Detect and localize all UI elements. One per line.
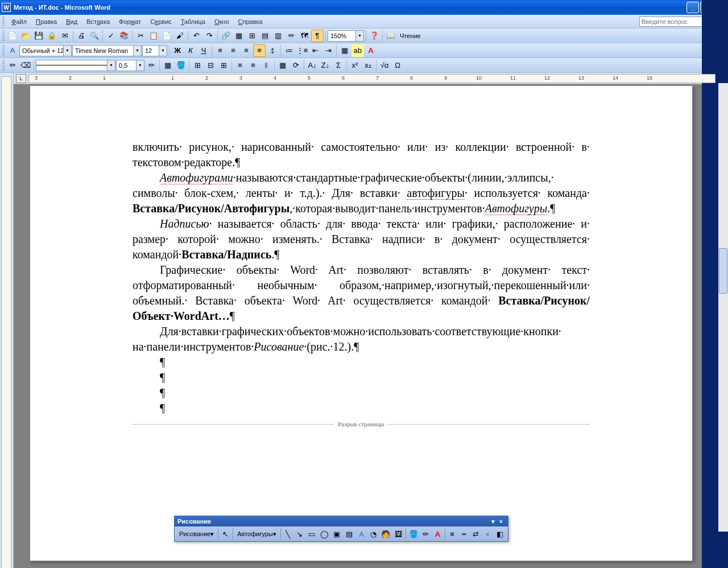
toolbar-options-button[interactable]: ▼ <box>489 518 497 525</box>
autoshapes-button[interactable]: Автофигуры▾ <box>234 528 279 540</box>
line-style-button[interactable]: ≡ <box>446 528 458 540</box>
draw-table-button[interactable]: ✏ <box>6 59 19 72</box>
insert-table-btn2[interactable]: ⊞ <box>191 59 204 72</box>
permission-button[interactable]: 🔒 <box>46 30 58 42</box>
email-button[interactable]: ✉ <box>59 30 71 42</box>
new-button[interactable]: 📄 <box>6 30 19 42</box>
toolbar-handle[interactable] <box>2 30 5 42</box>
print-button[interactable]: 🖨 <box>75 30 88 42</box>
superscript-button[interactable]: x² <box>349 59 361 72</box>
dash-style-button[interactable]: ┅ <box>458 528 470 540</box>
columns-button[interactable]: ▥ <box>272 30 284 42</box>
open-button[interactable]: 📂 <box>19 30 32 42</box>
research-button[interactable]: 📚 <box>118 30 130 42</box>
document-viewport[interactable]: включить· рисунок,· нарисованный· самост… <box>14 84 718 568</box>
menu-insert[interactable]: Вставка <box>82 17 114 27</box>
drawing-menu-button[interactable]: Рисование▾ <box>176 528 217 540</box>
autosum-button[interactable]: Σ <box>332 59 345 72</box>
shadow-button[interactable]: ▫ <box>482 528 494 540</box>
wordart-button[interactable]: A <box>355 528 367 540</box>
fill-color-button[interactable]: 🪣 <box>407 528 420 540</box>
drawing-button[interactable]: ✏ <box>285 30 297 42</box>
menu-edit[interactable]: Правка <box>31 17 61 27</box>
underline-button[interactable]: Ч <box>197 44 210 57</box>
autoformat-button[interactable]: ▦ <box>276 59 289 72</box>
distribute-cols-button[interactable]: ⫴ <box>260 59 272 72</box>
eraser-button[interactable]: ⌫ <box>19 59 32 72</box>
scroll-thumb[interactable] <box>719 248 727 294</box>
size-combo[interactable]: 12▼ <box>142 45 167 56</box>
bullets-button[interactable]: ⋮≡ <box>296 44 308 57</box>
font-color-button[interactable]: A <box>365 44 377 57</box>
help-button[interactable]: ❓ <box>368 30 380 42</box>
vertical-textbox-button[interactable]: ▤ <box>343 528 355 540</box>
save-button[interactable]: 💾 <box>32 30 45 42</box>
diagram-button[interactable]: ◔ <box>367 528 379 540</box>
italic-button[interactable]: К <box>184 44 197 57</box>
numbering-button[interactable]: ≔ <box>283 44 295 57</box>
toolbar-handle-2[interactable] <box>2 45 5 56</box>
redo-button[interactable]: ↷ <box>203 30 216 42</box>
borders-button[interactable]: ▦ <box>338 44 351 57</box>
align-cell-button[interactable]: ≡ <box>234 59 246 72</box>
menu-format[interactable]: Формат <box>114 17 146 27</box>
show-marks-button[interactable]: ¶ <box>311 30 324 42</box>
border-color-button[interactable]: ✏ <box>145 59 158 72</box>
line-style-combo[interactable]: ▼ <box>36 60 115 71</box>
cut-button[interactable]: ✂ <box>134 30 147 42</box>
undo-button[interactable]: ↶ <box>190 30 202 42</box>
paste-button[interactable]: 📄 <box>160 30 173 42</box>
highlight-button[interactable]: ab <box>351 44 364 57</box>
drawing-toolbar-title[interactable]: Рисование ▼ × <box>175 516 508 526</box>
increase-indent-button[interactable]: ⇥ <box>322 44 334 57</box>
clipart-button[interactable]: 🧑 <box>379 528 392 540</box>
textbox-button[interactable]: ▣ <box>330 528 343 540</box>
minimize-button[interactable]: _ <box>686 2 699 13</box>
reading-icon[interactable]: 📖 <box>384 30 397 42</box>
sort-desc-button[interactable]: Z↓ <box>319 59 332 72</box>
font-color-button-2[interactable]: A <box>432 528 444 540</box>
drawing-toolbar[interactable]: Рисование ▼ × Рисование▾ ↖ Автофигуры▾ ╲… <box>174 516 508 542</box>
excel-button[interactable]: ▤ <box>259 30 271 42</box>
arrow-button[interactable]: ↘ <box>293 528 305 540</box>
help-search-input[interactable] <box>639 17 708 27</box>
copy-button[interactable]: 📋 <box>147 30 160 42</box>
page-content[interactable]: включить· рисунок,· нарисованный· самост… <box>30 86 692 450</box>
horizontal-ruler[interactable]: L 321 123 456 789 101112 131415 <box>14 73 718 84</box>
line-button[interactable]: ╲ <box>282 528 294 540</box>
bold-button[interactable]: Ж <box>171 44 184 57</box>
distribute-rows-button[interactable]: ≡ <box>247 59 259 72</box>
doc-map-button[interactable]: 🗺 <box>298 30 311 42</box>
line-spacing-button[interactable]: ‡ <box>266 44 279 57</box>
tab-selector[interactable]: L <box>16 74 26 83</box>
styles-pane-button[interactable]: A <box>6 44 19 57</box>
vertical-ruler[interactable] <box>0 73 14 568</box>
decrease-indent-button[interactable]: ⇤ <box>309 44 321 57</box>
select-objects-button[interactable]: ↖ <box>220 528 231 540</box>
tables-borders-button[interactable]: ▦ <box>233 30 245 42</box>
oval-button[interactable]: ◯ <box>318 528 330 540</box>
toolbar-close-button[interactable]: × <box>497 518 505 525</box>
justify-button[interactable]: ≡ <box>253 44 266 57</box>
align-left-button[interactable]: ≡ <box>214 44 226 57</box>
line-width-combo[interactable]: 0,5▼ <box>116 60 144 71</box>
menu-file[interactable]: Файл <box>7 17 31 27</box>
split-cells-button[interactable]: ⊞ <box>217 59 230 72</box>
align-center-button[interactable]: ≡ <box>227 44 239 57</box>
menu-table[interactable]: Таблица <box>176 17 210 27</box>
merge-cells-button[interactable]: ⊟ <box>204 59 217 72</box>
hyperlink-button[interactable]: 🔗 <box>220 30 232 42</box>
arrow-style-button[interactable]: ⇄ <box>470 528 482 540</box>
sort-asc-button[interactable]: A↓ <box>306 59 318 72</box>
rectangle-button[interactable]: ▭ <box>305 528 318 540</box>
format-painter-button[interactable]: 🖌 <box>173 30 186 42</box>
reading-label[interactable]: Чтение <box>398 32 423 39</box>
menu-help[interactable]: Справка <box>234 17 267 27</box>
picture-button[interactable]: 🖼 <box>392 528 404 540</box>
print-preview-button[interactable]: 🔍 <box>88 30 101 42</box>
scroll-track[interactable] <box>718 83 728 532</box>
text-direction-button[interactable]: ⟳ <box>289 59 302 72</box>
menu-view[interactable]: Вид <box>61 17 82 27</box>
outside-border-button[interactable]: ▦ <box>162 59 174 72</box>
toolbar-handle-3[interactable] <box>2 60 5 71</box>
